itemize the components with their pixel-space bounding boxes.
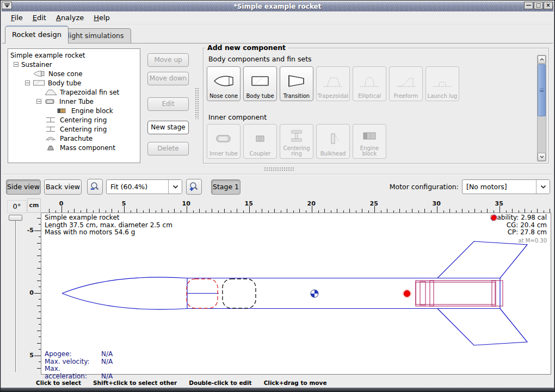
nose-cone-outline [62, 277, 187, 309]
stability-value: Stability: 2.98 cal [490, 214, 547, 222]
collapse-icon[interactable]: − [36, 99, 41, 104]
rotation-slider-track[interactable] [15, 217, 16, 372]
tab-content-border [2, 43, 553, 43]
horizontal-ruler: 05101520253035 [41, 198, 551, 213]
body-tube-icon [249, 69, 271, 94]
menu-item-help[interactable]: Help [89, 12, 115, 23]
inner-tube-icon [44, 98, 57, 105]
cp-value: CP: 27.8 cm [508, 229, 547, 237]
status-hint: Click to select [36, 379, 81, 386]
motor-configuration-select[interactable]: [No motors] [462, 179, 550, 194]
side-view-button[interactable]: Side view [6, 179, 41, 195]
scroll-down-button[interactable] [538, 153, 546, 161]
mach-condition: at M=0.30 [490, 237, 547, 245]
close-button[interactable]: × [544, 2, 553, 9]
add-body-tube-button[interactable]: Body tube [243, 66, 277, 101]
trapezoidal-fin-icon [322, 69, 344, 94]
move-down-button: Move down [147, 72, 189, 85]
menu-item-edit[interactable]: Edit [28, 12, 51, 23]
back-view-button[interactable]: Back view [44, 179, 82, 195]
collapse-icon[interactable]: − [25, 80, 30, 85]
collapse-icon[interactable]: − [14, 62, 18, 67]
tree-item-nose-cone[interactable]: Nose cone [8, 69, 140, 78]
tree-item-centering-ring[interactable]: Centering ring [8, 115, 140, 125]
motor-configuration-label: Motor configuration: [390, 183, 459, 191]
centering-ring-icon [45, 116, 57, 123]
component-row-0: Nose coneBody tubeTransitionTrapezoidalE… [207, 66, 459, 101]
status-hints: Click to selectShift+click to select oth… [2, 378, 553, 388]
fin-bottom-outline [437, 309, 527, 346]
rocket-diagram[interactable] [41, 213, 551, 374]
nose-cone-icon [213, 69, 235, 94]
chevron-down-icon [540, 185, 546, 189]
component-panel-scrollbar[interactable] [537, 55, 546, 161]
parachute-icon [45, 135, 57, 142]
mass-component-outline[interactable] [223, 279, 256, 308]
zoom-in-button[interactable] [186, 179, 202, 195]
tree-item-inner-tube[interactable]: −Inner Tube [8, 97, 140, 106]
zoom-combo-arrow[interactable] [168, 180, 182, 194]
scroll-up-button[interactable] [538, 55, 546, 64]
tree-item-label: Centering ring [60, 116, 107, 124]
tree-item-trapezoidal-fin-set[interactable]: Trapezoidal fin set [8, 88, 140, 97]
rocket-dimensions: Length 37.5 cm, max. diameter 2.5 cm [45, 222, 172, 229]
engine-block-icon [359, 126, 380, 146]
component-tree[interactable]: Simple example rocket−SustainerNose cone… [8, 48, 140, 163]
nose-cone-icon [33, 70, 46, 77]
tree-item-label: Nose cone [48, 70, 83, 78]
add-nose-cone-button[interactable]: Nose cone [207, 66, 240, 101]
tree-item-label: Parachute [60, 135, 92, 142]
add-trapezoidal-button: Trapezoidal [316, 66, 350, 101]
tree-item-simple-example-rocket[interactable]: Simple example rocket [8, 51, 140, 60]
menu-bar: FileEditAnalyzeHelp [2, 11, 553, 24]
tree-item-engine-block[interactable]: Engine block [8, 106, 140, 115]
status-hint: Double-click to edit [189, 379, 251, 386]
menu-item-analyze[interactable]: Analyze [51, 12, 89, 23]
tree-item-centering-ring[interactable]: Centering ring [8, 125, 140, 134]
ruler-unit-button[interactable]: cm [27, 198, 41, 213]
toolbar-divider [2, 174, 553, 175]
zoom-out-button[interactable] [87, 179, 103, 195]
flight-row: Max. velocity:N/A [45, 358, 113, 366]
tree-item-body-tube[interactable]: −Body tube [8, 78, 140, 88]
menu-item-file[interactable]: File [6, 12, 28, 23]
motor-combo-arrow[interactable] [536, 180, 550, 194]
new-stage-button[interactable]: New stage [147, 121, 189, 134]
tree-item-mass-component[interactable]: Mass component [8, 143, 140, 152]
tree-item-label: Trapezoidal fin set [60, 89, 119, 96]
window-menu-icon [4, 3, 10, 8]
zoom-level-select[interactable]: Fit (60.4%) [106, 179, 182, 194]
title-bar: *Simple example rocket [2, 2, 553, 11]
add-component-title: Add new component [205, 43, 288, 52]
rotation-slider-handle[interactable] [9, 215, 22, 221]
engine-block-icon [56, 107, 69, 114]
fin-set-icon [45, 89, 57, 96]
status-hint: Click+drag to move [264, 379, 327, 386]
stage-1-button[interactable]: Stage 1 [211, 179, 240, 195]
tree-item-label: Engine block [71, 107, 113, 115]
flight-row: Apogee:N/A [45, 351, 113, 358]
inner-tube-assembly[interactable] [416, 281, 503, 306]
chevron-down-icon [540, 155, 544, 158]
minimize-button[interactable]: — [524, 2, 533, 9]
scrollbar-thumb[interactable] [538, 64, 546, 116]
window-menu-button[interactable] [2, 2, 12, 9]
edit-button: Edit [147, 97, 189, 111]
tab-rocket-design[interactable]: Rocket design [5, 26, 69, 43]
add-transition-button[interactable]: Transition [280, 66, 313, 101]
tree-item-label: Inner Tube [59, 98, 94, 105]
rocket-canvas[interactable]: Simple example rocket Length 37.5 cm, ma… [41, 213, 551, 375]
horizontal-splitter-handle[interactable] [264, 167, 294, 171]
cg-marker [311, 290, 318, 297]
tree-item-parachute[interactable]: Parachute [8, 134, 140, 143]
vertical-splitter-handle[interactable] [195, 88, 199, 119]
add-freeform-button: Freeform [389, 66, 423, 101]
add-inner-tube-button: Inner tube [207, 124, 240, 159]
tree-item-label: Sustainer [21, 61, 52, 69]
maximize-button[interactable]: □ [534, 2, 543, 9]
bulkhead-icon [322, 126, 344, 151]
tree-item-sustainer[interactable]: −Sustainer [8, 60, 140, 69]
component-row-1: Inner tubeCouplerCentering ringBulkheadE… [207, 124, 386, 159]
centering-ring-outline [430, 281, 434, 306]
rocket-mass: Mass with no motors 54.6 g [45, 229, 172, 237]
